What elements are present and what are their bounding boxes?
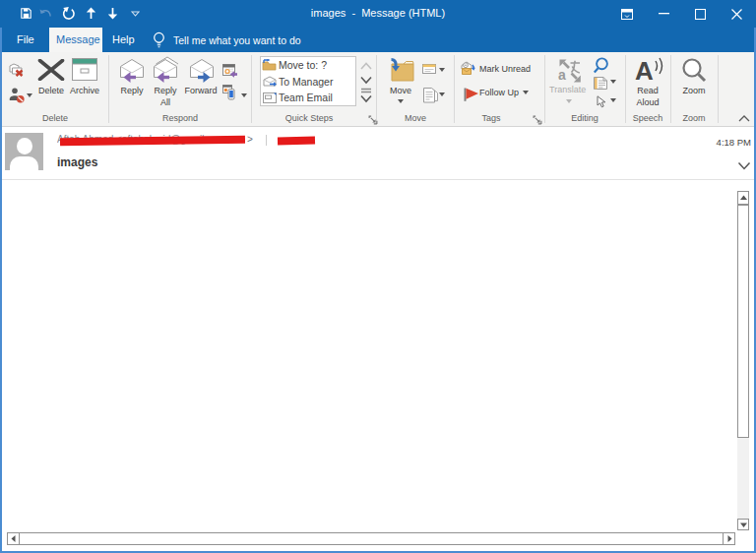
svg-text:A: A <box>635 56 654 84</box>
svg-text:a: a <box>558 67 566 83</box>
